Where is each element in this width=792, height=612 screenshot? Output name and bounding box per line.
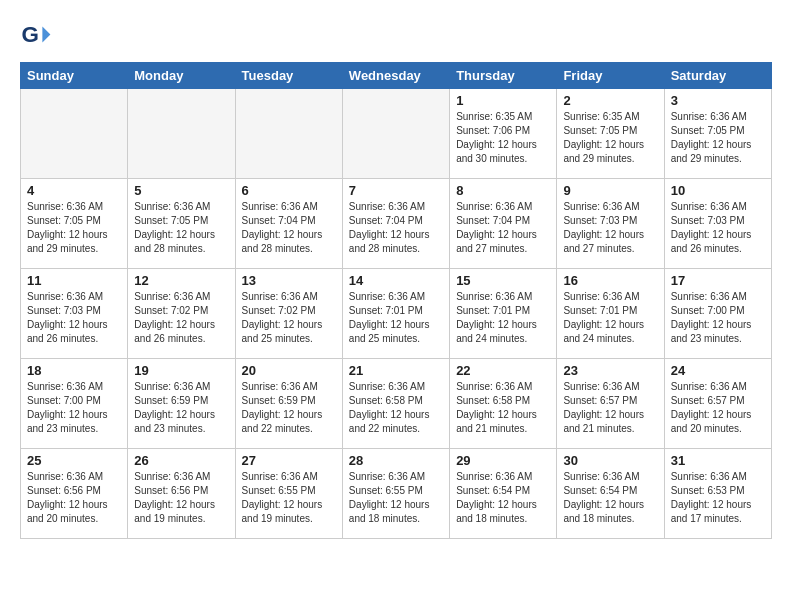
day-info: Sunrise: 6:36 AMSunset: 7:01 PMDaylight:…: [456, 290, 550, 346]
day-number: 17: [671, 273, 765, 288]
day-number: 5: [134, 183, 228, 198]
day-info: Sunrise: 6:36 AMSunset: 7:03 PMDaylight:…: [563, 200, 657, 256]
calendar-week-2: 4Sunrise: 6:36 AMSunset: 7:05 PMDaylight…: [21, 179, 772, 269]
day-number: 31: [671, 453, 765, 468]
weekday-header-saturday: Saturday: [664, 63, 771, 89]
calendar-cell: 7Sunrise: 6:36 AMSunset: 7:04 PMDaylight…: [342, 179, 449, 269]
calendar-cell: 6Sunrise: 6:36 AMSunset: 7:04 PMDaylight…: [235, 179, 342, 269]
day-info: Sunrise: 6:36 AMSunset: 6:54 PMDaylight:…: [563, 470, 657, 526]
calendar-cell: 15Sunrise: 6:36 AMSunset: 7:01 PMDayligh…: [450, 269, 557, 359]
day-number: 2: [563, 93, 657, 108]
weekday-header-tuesday: Tuesday: [235, 63, 342, 89]
day-info: Sunrise: 6:36 AMSunset: 7:05 PMDaylight:…: [671, 110, 765, 166]
day-number: 13: [242, 273, 336, 288]
day-info: Sunrise: 6:36 AMSunset: 6:57 PMDaylight:…: [563, 380, 657, 436]
calendar-cell: 28Sunrise: 6:36 AMSunset: 6:55 PMDayligh…: [342, 449, 449, 539]
day-number: 22: [456, 363, 550, 378]
calendar-cell: 23Sunrise: 6:36 AMSunset: 6:57 PMDayligh…: [557, 359, 664, 449]
calendar-cell: 22Sunrise: 6:36 AMSunset: 6:58 PMDayligh…: [450, 359, 557, 449]
calendar-cell: 24Sunrise: 6:36 AMSunset: 6:57 PMDayligh…: [664, 359, 771, 449]
page-header: G: [20, 20, 772, 52]
day-number: 16: [563, 273, 657, 288]
calendar-cell: 27Sunrise: 6:36 AMSunset: 6:55 PMDayligh…: [235, 449, 342, 539]
day-info: Sunrise: 6:36 AMSunset: 6:55 PMDaylight:…: [242, 470, 336, 526]
calendar-week-4: 18Sunrise: 6:36 AMSunset: 7:00 PMDayligh…: [21, 359, 772, 449]
calendar-cell: 17Sunrise: 6:36 AMSunset: 7:00 PMDayligh…: [664, 269, 771, 359]
calendar-cell: 9Sunrise: 6:36 AMSunset: 7:03 PMDaylight…: [557, 179, 664, 269]
calendar-cell: 2Sunrise: 6:35 AMSunset: 7:05 PMDaylight…: [557, 89, 664, 179]
day-info: Sunrise: 6:35 AMSunset: 7:05 PMDaylight:…: [563, 110, 657, 166]
calendar-week-3: 11Sunrise: 6:36 AMSunset: 7:03 PMDayligh…: [21, 269, 772, 359]
calendar-cell: 30Sunrise: 6:36 AMSunset: 6:54 PMDayligh…: [557, 449, 664, 539]
day-number: 20: [242, 363, 336, 378]
day-number: 15: [456, 273, 550, 288]
calendar-week-5: 25Sunrise: 6:36 AMSunset: 6:56 PMDayligh…: [21, 449, 772, 539]
calendar-cell: 20Sunrise: 6:36 AMSunset: 6:59 PMDayligh…: [235, 359, 342, 449]
calendar-cell: 10Sunrise: 6:36 AMSunset: 7:03 PMDayligh…: [664, 179, 771, 269]
day-number: 8: [456, 183, 550, 198]
calendar-cell: 5Sunrise: 6:36 AMSunset: 7:05 PMDaylight…: [128, 179, 235, 269]
day-number: 12: [134, 273, 228, 288]
day-number: 4: [27, 183, 121, 198]
calendar-cell: 19Sunrise: 6:36 AMSunset: 6:59 PMDayligh…: [128, 359, 235, 449]
calendar-cell: 4Sunrise: 6:36 AMSunset: 7:05 PMDaylight…: [21, 179, 128, 269]
logo: G: [20, 20, 56, 52]
calendar-cell: [21, 89, 128, 179]
day-info: Sunrise: 6:36 AMSunset: 7:02 PMDaylight:…: [134, 290, 228, 346]
weekday-header-monday: Monday: [128, 63, 235, 89]
day-info: Sunrise: 6:36 AMSunset: 7:03 PMDaylight:…: [671, 200, 765, 256]
weekday-header-friday: Friday: [557, 63, 664, 89]
calendar-cell: [342, 89, 449, 179]
calendar-cell: 11Sunrise: 6:36 AMSunset: 7:03 PMDayligh…: [21, 269, 128, 359]
calendar-cell: 26Sunrise: 6:36 AMSunset: 6:56 PMDayligh…: [128, 449, 235, 539]
day-number: 1: [456, 93, 550, 108]
day-info: Sunrise: 6:35 AMSunset: 7:06 PMDaylight:…: [456, 110, 550, 166]
day-info: Sunrise: 6:36 AMSunset: 6:53 PMDaylight:…: [671, 470, 765, 526]
day-info: Sunrise: 6:36 AMSunset: 7:00 PMDaylight:…: [671, 290, 765, 346]
day-number: 28: [349, 453, 443, 468]
day-info: Sunrise: 6:36 AMSunset: 6:56 PMDaylight:…: [27, 470, 121, 526]
day-info: Sunrise: 6:36 AMSunset: 7:05 PMDaylight:…: [27, 200, 121, 256]
weekday-header-row: SundayMondayTuesdayWednesdayThursdayFrid…: [21, 63, 772, 89]
day-number: 9: [563, 183, 657, 198]
calendar-cell: 18Sunrise: 6:36 AMSunset: 7:00 PMDayligh…: [21, 359, 128, 449]
day-number: 21: [349, 363, 443, 378]
day-info: Sunrise: 6:36 AMSunset: 7:04 PMDaylight:…: [456, 200, 550, 256]
day-info: Sunrise: 6:36 AMSunset: 7:01 PMDaylight:…: [563, 290, 657, 346]
day-info: Sunrise: 6:36 AMSunset: 6:56 PMDaylight:…: [134, 470, 228, 526]
day-info: Sunrise: 6:36 AMSunset: 7:04 PMDaylight:…: [349, 200, 443, 256]
day-number: 30: [563, 453, 657, 468]
calendar-cell: 16Sunrise: 6:36 AMSunset: 7:01 PMDayligh…: [557, 269, 664, 359]
day-number: 3: [671, 93, 765, 108]
day-number: 19: [134, 363, 228, 378]
calendar-table: SundayMondayTuesdayWednesdayThursdayFrid…: [20, 62, 772, 539]
day-number: 25: [27, 453, 121, 468]
svg-text:G: G: [22, 22, 39, 47]
calendar-cell: 21Sunrise: 6:36 AMSunset: 6:58 PMDayligh…: [342, 359, 449, 449]
calendar-cell: [128, 89, 235, 179]
day-info: Sunrise: 6:36 AMSunset: 6:58 PMDaylight:…: [349, 380, 443, 436]
calendar-week-1: 1Sunrise: 6:35 AMSunset: 7:06 PMDaylight…: [21, 89, 772, 179]
day-info: Sunrise: 6:36 AMSunset: 6:54 PMDaylight:…: [456, 470, 550, 526]
weekday-header-wednesday: Wednesday: [342, 63, 449, 89]
calendar-cell: 13Sunrise: 6:36 AMSunset: 7:02 PMDayligh…: [235, 269, 342, 359]
day-info: Sunrise: 6:36 AMSunset: 6:57 PMDaylight:…: [671, 380, 765, 436]
calendar-cell: 14Sunrise: 6:36 AMSunset: 7:01 PMDayligh…: [342, 269, 449, 359]
day-number: 7: [349, 183, 443, 198]
day-number: 27: [242, 453, 336, 468]
day-info: Sunrise: 6:36 AMSunset: 7:03 PMDaylight:…: [27, 290, 121, 346]
svg-marker-1: [42, 26, 50, 42]
day-info: Sunrise: 6:36 AMSunset: 6:59 PMDaylight:…: [242, 380, 336, 436]
day-number: 29: [456, 453, 550, 468]
day-info: Sunrise: 6:36 AMSunset: 7:05 PMDaylight:…: [134, 200, 228, 256]
day-number: 14: [349, 273, 443, 288]
day-number: 18: [27, 363, 121, 378]
day-info: Sunrise: 6:36 AMSunset: 6:58 PMDaylight:…: [456, 380, 550, 436]
day-number: 10: [671, 183, 765, 198]
calendar-cell: 31Sunrise: 6:36 AMSunset: 6:53 PMDayligh…: [664, 449, 771, 539]
day-number: 11: [27, 273, 121, 288]
day-info: Sunrise: 6:36 AMSunset: 7:04 PMDaylight:…: [242, 200, 336, 256]
day-number: 24: [671, 363, 765, 378]
calendar-cell: 12Sunrise: 6:36 AMSunset: 7:02 PMDayligh…: [128, 269, 235, 359]
weekday-header-sunday: Sunday: [21, 63, 128, 89]
